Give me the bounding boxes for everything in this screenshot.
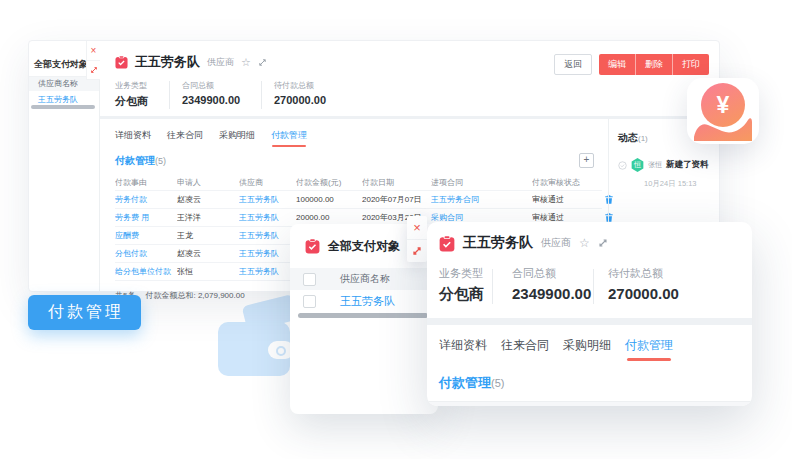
record-subtitle: 供应商 — [541, 236, 571, 250]
col-header: 进项合同 — [431, 177, 532, 188]
tab-details[interactable]: 详细资料 — [115, 129, 151, 148]
star-icon[interactable]: ☆ — [241, 57, 251, 68]
sum-value: 2,079,900.00 — [198, 291, 245, 300]
stat-contract-total: 合同总额 2349900.00 — [512, 266, 593, 304]
supplier-link[interactable]: 王五劳务队 — [239, 194, 296, 205]
avatar: 恒 — [631, 158, 644, 172]
table-header-row: 付款事由 申请人 供应商 付款金额(元) 付款日期 进项合同 付款审核状态 — [115, 174, 602, 191]
record-header: 王五劳务队 供应商 ☆ 返回 编辑 删除 打印 业务类型 分 — [100, 41, 719, 116]
record-icon — [439, 235, 455, 252]
activity-user: 张恒 — [648, 160, 662, 170]
tab-purchase-detail[interactable]: 采购明细 — [219, 129, 255, 148]
horizontal-scrollbar[interactable] — [31, 105, 95, 109]
payment-reason-link[interactable]: 分包付款 — [115, 248, 177, 259]
record-title: 王五劳务队 — [135, 53, 200, 71]
table-row[interactable]: 劳务付款 赵凌云 王五劳务队 100000.00 2020年07月07日 王五劳… — [115, 191, 602, 209]
stat-label: 合同总额 — [182, 80, 249, 91]
record-stats: 业务类型 分包商 合同总额 2349900.00 待付款总额 270000.00 — [100, 71, 719, 109]
check-circle-icon — [618, 161, 627, 170]
tab-payment-management[interactable]: 付款管理 — [625, 337, 673, 362]
payment-reason-link[interactable]: 给分包单位付款 — [115, 266, 177, 277]
stat-business-type: 业务类型 分包商 — [115, 80, 157, 109]
payment-reason-link[interactable]: 应酬费 — [115, 230, 177, 241]
section-count: (5) — [155, 156, 166, 166]
row-checkbox[interactable] — [303, 295, 316, 308]
divider — [593, 269, 594, 304]
popup-list-title: 全部支付对象 — [328, 238, 400, 255]
col-header: 供应商 — [239, 177, 296, 188]
fullscreen-icon[interactable] — [598, 238, 608, 248]
tab-contracts[interactable]: 往来合同 — [501, 337, 549, 362]
section-title: 付款管理 — [115, 154, 155, 168]
print-button[interactable]: 打印 — [672, 54, 709, 75]
back-button[interactable]: 返回 — [554, 54, 592, 75]
activity-item[interactable]: 恒 张恒 新建了资料 — [618, 158, 719, 172]
expand-icon[interactable] — [412, 240, 422, 262]
section-title: 付款管理 — [439, 374, 491, 392]
wallet-clasp-dot — [276, 346, 286, 356]
popup-window-controls: × — [407, 216, 427, 262]
table-header-row: 付款事由 申请人 供应商 付款金额(元) — [427, 401, 752, 406]
edit-button[interactable]: 编辑 — [599, 54, 635, 75]
supplier-link[interactable]: 王五劳务队 — [239, 230, 296, 241]
section-count: (5) — [491, 377, 504, 389]
star-icon[interactable]: ☆ — [579, 237, 590, 249]
stat-contract-total: 合同总额 2349900.00 — [182, 80, 249, 109]
tab-details[interactable]: 详细资料 — [439, 337, 487, 362]
payees-panel-title: 全部支付对象 — [34, 58, 88, 71]
supplier-name-column-header: 供应商名称 — [340, 272, 390, 286]
stat-value: 270000.00 — [274, 94, 326, 106]
stat-value: 2349900.00 — [182, 94, 249, 106]
fullscreen-icon[interactable] — [258, 58, 267, 67]
feature-badge: 付款管理 — [28, 295, 141, 330]
close-icon[interactable]: × — [87, 41, 100, 61]
horizontal-scrollbar[interactable] — [298, 313, 428, 318]
activity-time: 10月24日 15:13 — [644, 179, 719, 189]
select-all-checkbox[interactable] — [303, 273, 316, 286]
record-tabs: 详细资料 往来合同 采购明细 付款管理 — [100, 119, 608, 148]
divider — [261, 81, 262, 109]
page: 全部支付对象 供应商名称 王五劳务队 × 王五劳务队 供应商 ☆ — [0, 0, 792, 459]
divider — [169, 81, 170, 109]
stat-label: 待付款总额 — [274, 80, 326, 91]
popup-detail-card: 王五劳务队 供应商 ☆ 业务类型 分包商 合同总额 2349900.00 待付款… — [427, 222, 752, 406]
popup-list-row[interactable]: 王五劳务队 — [290, 290, 438, 313]
payment-feature-icon: ¥ — [687, 78, 759, 144]
record-title: 王五劳务队 — [463, 234, 533, 252]
contract-link[interactable]: 王五劳务合同 — [431, 194, 532, 205]
popup-column-header-row: 供应商名称 — [290, 268, 438, 290]
close-icon[interactable]: × — [407, 216, 427, 240]
supplier-link[interactable]: 王五劳务队 — [239, 248, 296, 259]
stat-pending-total: 待付款总额 270000.00 — [608, 266, 679, 304]
stat-label: 业务类型 — [115, 80, 157, 91]
yen-coin-icon: ¥ — [701, 83, 745, 127]
payment-reason-link[interactable]: 劳务费 用 — [115, 212, 177, 223]
col-header: 付款审核状态 — [532, 177, 593, 188]
payment-reason-link[interactable]: 劳务付款 — [115, 194, 177, 205]
tab-contracts[interactable]: 往来合同 — [167, 129, 203, 148]
panel-window-controls: × — [86, 41, 100, 80]
supplier-link[interactable]: 王五劳务队 — [340, 294, 395, 309]
record-icon — [115, 55, 128, 69]
record-stats: 业务类型 分包商 合同总额 2349900.00 待付款总额 270000.00 — [427, 252, 752, 304]
col-header: 付款金额(元) — [296, 177, 362, 188]
stat-value: 分包商 — [115, 94, 157, 109]
record-tabs: 详细资料 往来合同 采购明细 付款管理 — [427, 325, 752, 362]
section-divider — [427, 318, 752, 325]
expand-icon[interactable] — [90, 61, 98, 79]
stat-business-type: 业务类型 分包商 — [439, 266, 492, 304]
delete-button[interactable]: 删除 — [635, 54, 672, 75]
col-header: 申请人 — [177, 177, 239, 188]
tab-purchase-detail[interactable]: 采购明细 — [563, 337, 611, 362]
stat-pending-total: 待付款总额 270000.00 — [274, 80, 326, 109]
activity-action: 新建了资料 — [666, 159, 709, 171]
supplier-link[interactable]: 王五劳务队 — [239, 266, 296, 277]
col-header: 付款日期 — [362, 177, 431, 188]
record-icon — [305, 238, 320, 254]
sum-label: 付款金额总和: — [145, 291, 195, 300]
supplier-link[interactable]: 王五劳务队 — [239, 212, 296, 223]
tab-payment-management[interactable]: 付款管理 — [271, 129, 307, 148]
divider — [492, 269, 493, 304]
add-payment-button[interactable]: + — [579, 153, 594, 168]
activity-count: (1) — [638, 134, 648, 143]
